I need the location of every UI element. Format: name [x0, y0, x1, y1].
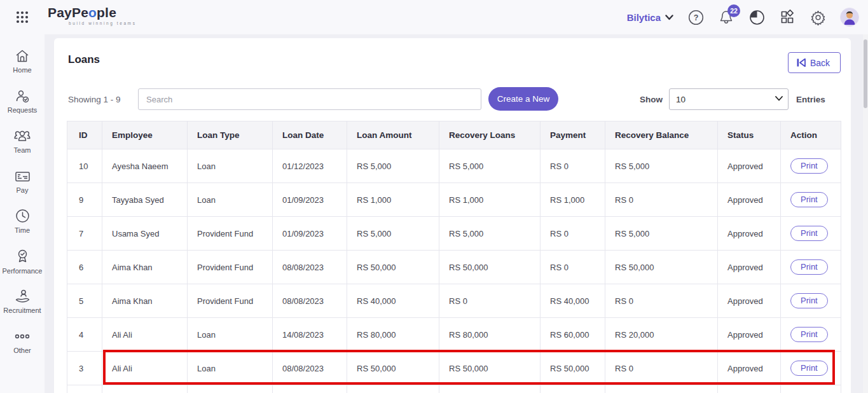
sidebar-item-label: Requests [8, 106, 37, 114]
cell-empty [605, 385, 718, 393]
cell-status: Approved [718, 149, 781, 183]
cell-recovery-balance: RS 5,000 [605, 149, 718, 183]
print-button[interactable]: Print [790, 327, 828, 342]
print-button[interactable]: Print [790, 259, 828, 275]
column-header-employee: Employee [102, 121, 188, 149]
cell-empty [541, 385, 605, 393]
print-button[interactable]: Print [790, 361, 828, 376]
scrollbar-thumb[interactable] [864, 39, 867, 108]
theme-contrast-icon[interactable] [748, 9, 765, 25]
entries-label: Entries [796, 95, 825, 104]
sidebar-item-pay[interactable]: Pay [0, 161, 45, 201]
loans-card: Loans Back Showing 1 - 9 Create a New Sh… [54, 38, 851, 393]
user-avatar[interactable] [840, 8, 859, 27]
entries-select[interactable]: 10 [669, 88, 789, 110]
logo-blue-o: o [88, 5, 97, 20]
requests-icon [14, 88, 31, 104]
cell-status: Approved [718, 284, 781, 318]
print-button[interactable]: Print [790, 192, 828, 207]
sidebar-item-other[interactable]: Other [0, 321, 45, 361]
print-button[interactable]: Print [790, 226, 828, 241]
sidebar-item-home[interactable]: Home [0, 41, 45, 81]
cell-action: Print [781, 251, 841, 284]
other-icon [13, 329, 32, 344]
cell-payment: RS 50,000 [541, 352, 605, 385]
back-button[interactable]: Back [788, 52, 841, 73]
cell-loan-date: 08/08/2023 [273, 284, 347, 318]
cell-recovery-loans: RS 80,000 [439, 318, 541, 352]
cell-empty [67, 385, 102, 393]
cell-recovery-balance: RS 20,000 [605, 318, 718, 352]
cell-action: Print [781, 217, 841, 251]
cell-employee: Aima Khan [102, 251, 188, 284]
sidebar-item-label: Recruitment [3, 307, 41, 314]
cell-id: 4 [67, 318, 102, 352]
notification-count-badge: 22 [727, 4, 740, 17]
time-icon [15, 208, 31, 224]
sidebar-item-label: Pay [17, 186, 29, 194]
cell-empty [718, 385, 781, 393]
help-icon[interactable]: ? [687, 9, 704, 25]
cell-loan-date: 08/08/2023 [273, 251, 347, 284]
print-button[interactable]: Print [790, 158, 828, 174]
cell-recovery-balance: RS 5,000 [605, 217, 718, 251]
column-header-recovery-loans: Recovery Loans [439, 121, 541, 149]
table-row: 5Aima KhanProvident Fund08/08/2023RS 40,… [67, 284, 841, 318]
column-header-loan-type: Loan Type [188, 121, 273, 149]
loans-table: IDEmployeeLoan TypeLoan DateLoan AmountR… [67, 121, 841, 393]
cell-payment: RS 1,000 [541, 183, 605, 217]
skip-back-icon [796, 59, 806, 67]
cell-empty [439, 385, 541, 393]
sidebar-item-label: Other [13, 347, 31, 354]
search-input[interactable] [138, 88, 481, 110]
cell-status: Approved [718, 352, 781, 385]
cell-employee: Tayyaba Syed [102, 183, 188, 217]
column-header-recovery-balance: Recovery Balance [605, 121, 718, 149]
logo-tagline: build winning teams [48, 21, 137, 25]
svg-text:?: ? [693, 13, 698, 22]
cell-loan-amount: RS 40,000 [347, 284, 439, 318]
cell-payment: RS 40,000 [541, 284, 605, 318]
scrollbar-track [863, 34, 868, 393]
sidebar-nav: HomeRequestsTeamPayTimePerformanceRecrui… [0, 34, 45, 393]
table-row-partial [67, 385, 841, 393]
cell-id: 10 [67, 149, 102, 183]
sidebar-item-time[interactable]: Time [0, 201, 45, 241]
print-button[interactable]: Print [790, 293, 828, 308]
table-row: 10Ayesha NaeemLoan01/12/2023RS 5,000RS 5… [67, 149, 841, 183]
paypeople-logo: PayPeople build winning teams [48, 5, 137, 25]
cell-recovery-loans: RS 0 [439, 284, 541, 318]
cell-loan-type: Loan [188, 318, 273, 352]
sidebar-item-requests[interactable]: Requests [0, 81, 45, 121]
sidebar-item-performance[interactable]: Performance [0, 241, 45, 281]
cell-loan-amount: RS 5,000 [347, 217, 439, 251]
cell-employee: Ali Ali [102, 318, 188, 352]
table-row-highlighted: 3Ali AliLoan08/08/2023RS 50,000RS 50,000… [67, 352, 841, 385]
cell-status: Approved [718, 318, 781, 352]
app-launcher-icon[interactable] [15, 10, 29, 24]
create-new-button[interactable]: Create a New [488, 87, 558, 111]
pay-icon [14, 169, 31, 184]
sidebar-item-recruitment[interactable]: Recruitment [0, 281, 45, 321]
topbar: PayPeople build winning teams Bilytica ?… [0, 0, 868, 34]
sidebar-item-label: Team [14, 146, 31, 154]
column-header-status: Status [718, 121, 781, 149]
cell-loan-amount: RS 80,000 [347, 318, 439, 352]
cell-recovery-loans: RS 5,000 [439, 149, 541, 183]
apps-grid-icon[interactable] [779, 9, 796, 25]
sidebar-item-label: Home [13, 66, 31, 74]
settings-gear-icon[interactable] [809, 9, 826, 25]
notifications-bell-icon[interactable]: 22 [718, 9, 734, 25]
cell-action: Print [781, 352, 841, 385]
cell-id: 7 [67, 217, 102, 251]
sidebar-item-team[interactable]: Team [0, 121, 45, 161]
table-header-row: IDEmployeeLoan TypeLoan DateLoan AmountR… [67, 121, 841, 149]
cell-recovery-balance: RS 50,000 [605, 251, 718, 284]
cell-loan-amount: RS 1,000 [347, 183, 439, 217]
cell-loan-date: 08/08/2023 [273, 352, 347, 385]
performance-icon [15, 248, 31, 265]
cell-empty [102, 385, 188, 393]
loans-table-wrap: IDEmployeeLoan TypeLoan DateLoan AmountR… [67, 121, 841, 393]
cell-loan-date: 14/08/2023 [273, 318, 347, 352]
company-dropdown[interactable]: Bilytica [627, 12, 673, 23]
